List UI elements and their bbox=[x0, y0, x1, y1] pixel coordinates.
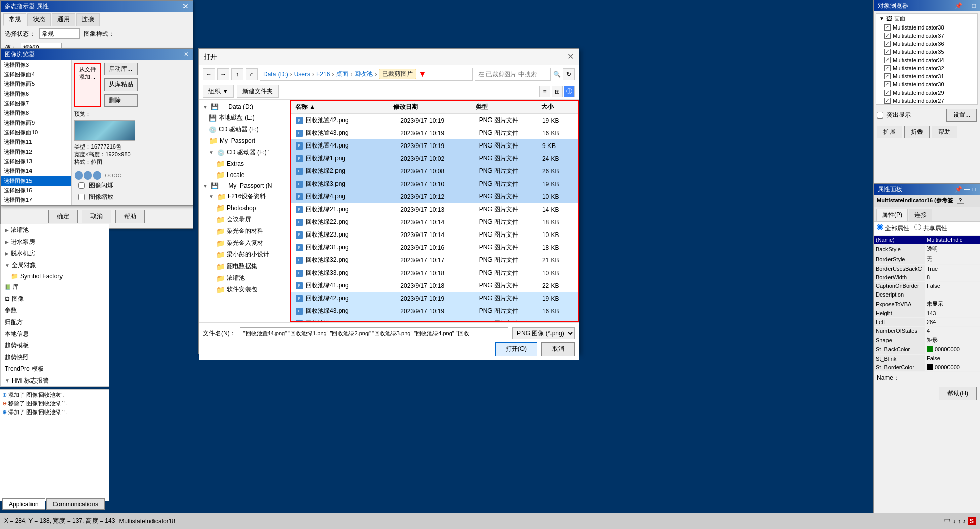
highlight-checkbox[interactable] bbox=[877, 112, 883, 119]
obj-item[interactable]: MultistateIndicator35 bbox=[876, 48, 977, 56]
minimize-icon[interactable]: — bbox=[964, 2, 970, 9]
delete-btn[interactable]: 删除 bbox=[104, 94, 138, 107]
select-state-input[interactable] bbox=[39, 28, 80, 39]
refresh-btn[interactable]: ↻ bbox=[563, 68, 575, 80]
nav-home-btn[interactable]: ⌂ bbox=[246, 68, 258, 80]
breadcrumb-desktop[interactable]: 桌面 bbox=[336, 70, 348, 78]
img-browser-cancel-btn[interactable]: 取消 bbox=[82, 210, 111, 223]
img-list-item[interactable]: 选择图像13 bbox=[1, 157, 71, 166]
view-grid-btn[interactable]: ⊞ bbox=[552, 86, 563, 97]
col-type[interactable]: 类型 bbox=[476, 103, 541, 111]
obj-item[interactable]: MultistateIndicator36 bbox=[876, 40, 977, 48]
tree-item[interactable]: ▼ 💾 — My_Passport (N bbox=[199, 181, 290, 191]
obj-item[interactable]: MultistateIndicator38 bbox=[876, 23, 977, 32]
tree-item[interactable]: ▼ 📁 F216设备资料 bbox=[199, 191, 290, 202]
tree-item[interactable]: ▼ 💾 — Data (D:) bbox=[199, 102, 290, 112]
organize-btn[interactable]: 组织 ▼ bbox=[203, 85, 234, 98]
pin-icon2[interactable]: 📌 bbox=[955, 186, 962, 193]
obj-item-canvas[interactable]: ▼ 🖼 画面 bbox=[876, 14, 977, 23]
settings-btn[interactable]: 设置... bbox=[946, 109, 977, 122]
pin-icon[interactable]: 📌 bbox=[955, 2, 962, 9]
img-list-item[interactable]: 选择图像面4 bbox=[1, 70, 71, 79]
img-list-item[interactable]: 选择图像面10 bbox=[1, 128, 71, 137]
shared-props-radio[interactable] bbox=[914, 224, 921, 230]
img-list-item[interactable]: 选择图像18 bbox=[1, 205, 71, 205]
breadcrumb-data[interactable]: Data (D:) bbox=[263, 71, 288, 78]
tree-item[interactable]: 📁 染光金的材料 bbox=[199, 225, 290, 237]
nav-item-param[interactable]: 参数 bbox=[1, 305, 109, 316]
tab-connection[interactable]: 连接 bbox=[76, 13, 100, 26]
breadcrumb-current[interactable]: 已裁剪图片 bbox=[379, 69, 416, 79]
nav-item-image[interactable]: 🖼 图像 bbox=[1, 293, 109, 305]
nav-item-trendpro[interactable]: TrendPro 模板 bbox=[1, 363, 109, 375]
view-info-btn[interactable]: ⓘ bbox=[564, 86, 575, 97]
tree-item[interactable]: 💿 CD 驱动器 (F:) bbox=[199, 124, 290, 135]
nav-item-symbol-factory[interactable]: 📁 Symbol Factory bbox=[1, 271, 109, 281]
img-flash-checkbox[interactable] bbox=[78, 182, 85, 189]
file-row[interactable]: P 回收池绿33.png 2023/9/17 10:18 PNG 图片文件 10… bbox=[291, 267, 578, 279]
search-input[interactable] bbox=[475, 68, 551, 81]
img-list-item[interactable]: 选择图像8 bbox=[1, 108, 71, 118]
filetype-select[interactable]: PNG 图像 (*.png) bbox=[512, 327, 575, 339]
tree-item[interactable]: 📁 My_Passport bbox=[199, 135, 290, 146]
tree-item[interactable]: 📁 韶电数据集 bbox=[199, 260, 290, 272]
file-row[interactable]: P 回收池绿31.png 2023/9/17 10:16 PNG 图片文件 18… bbox=[291, 241, 578, 254]
file-row[interactable]: P 回收池绿3.png 2023/9/17 10:10 PNG 图片文件 19 … bbox=[291, 178, 578, 190]
col-size[interactable]: 大小 bbox=[541, 103, 574, 111]
tree-item[interactable]: 📁 软件安装包 bbox=[199, 284, 290, 296]
tray-icon-sound[interactable]: ♪ bbox=[963, 518, 966, 525]
file-row[interactable]: P 回收池置44.png 2023/9/17 10:19 PNG 图片文件 9 … bbox=[291, 139, 578, 152]
tab-connection[interactable]: 连接 bbox=[909, 209, 932, 221]
img-scale-checkbox[interactable] bbox=[78, 194, 85, 200]
file-row[interactable]: P 回收池绿21.png 2023/9/17 10:13 PNG 图片文件 14… bbox=[291, 203, 578, 216]
img-list-item[interactable]: 选择图像6 bbox=[1, 89, 71, 99]
obj-item[interactable]: MultistateIndicator32 bbox=[876, 64, 977, 72]
img-list-item[interactable]: 选择图像面5 bbox=[1, 79, 71, 89]
dialog-cancel-btn[interactable]: 取消 bbox=[541, 342, 575, 356]
tab-regular[interactable]: 常规 bbox=[3, 13, 26, 26]
minimize-icon2[interactable]: — bbox=[964, 186, 970, 193]
tree-item-photoshop[interactable]: 📁 Photoshop bbox=[199, 202, 290, 214]
tree-item[interactable]: 📁 Locale bbox=[199, 169, 290, 181]
nav-item-dewater[interactable]: ▶ 脱水机房 bbox=[1, 248, 109, 259]
launch-lib-btn[interactable]: 启动库... bbox=[104, 63, 138, 75]
props-help-btn[interactable]: 帮助(H) bbox=[939, 387, 977, 400]
collapse-btn[interactable]: 折叠 bbox=[904, 126, 930, 138]
nav-back-btn[interactable]: ← bbox=[203, 68, 215, 80]
img-list-item[interactable]: 选择图像12 bbox=[1, 147, 71, 157]
dialog-close-btn[interactable]: ✕ bbox=[567, 52, 574, 62]
obj-item[interactable]: MultistateIndicator31 bbox=[876, 72, 977, 80]
full-props-radio[interactable] bbox=[877, 224, 883, 230]
file-row[interactable]: P 回收池绿22.png 2023/9/17 10:14 PNG 图片文件 18… bbox=[291, 216, 578, 228]
col-name[interactable]: 名称 ▲ bbox=[295, 103, 393, 111]
obj-item[interactable]: MultistateIndicator37 bbox=[876, 32, 977, 40]
help-expand-btn[interactable]: 帮助 bbox=[932, 126, 957, 138]
shared-props-radio-label[interactable]: 共享属性 bbox=[914, 224, 947, 233]
from-file-btn[interactable]: 从文件添加... bbox=[74, 63, 101, 107]
tree-item[interactable]: 📁 会议录屏 bbox=[199, 214, 290, 225]
tree-item[interactable]: 📁 浓缩池 bbox=[199, 272, 290, 284]
img-list-item[interactable]: 选择图像7 bbox=[1, 99, 71, 108]
file-row[interactable]: P 回收池绿1.png 2023/9/17 10:02 PNG 图片文件 24 … bbox=[291, 152, 578, 165]
tab-general[interactable]: 通用 bbox=[52, 13, 75, 26]
breadcrumb-f216[interactable]: F216 bbox=[316, 71, 330, 78]
img-list-item[interactable]: 选择图像16 bbox=[1, 186, 71, 195]
dialog-open-btn[interactable]: 打开(O) bbox=[495, 342, 537, 356]
img-browser-ok-btn[interactable]: 确定 bbox=[48, 210, 78, 223]
file-row[interactable]: P 回收池置43.png 2023/9/17 10:19 PNG 图片文件 16… bbox=[291, 127, 578, 139]
filename-input[interactable] bbox=[240, 327, 508, 339]
tab-props[interactable]: 属性(P) bbox=[876, 209, 908, 221]
nav-item-pump[interactable]: ▶ 进水泵房 bbox=[1, 236, 109, 248]
img-browser-close[interactable]: ✕ bbox=[183, 51, 189, 58]
file-row[interactable]: P 回收池绿41.png 2023/9/17 10:18 PNG 图片文件 22… bbox=[291, 279, 578, 292]
view-list-btn[interactable]: ≡ bbox=[539, 86, 550, 97]
obj-item[interactable]: MultistateIndicator30 bbox=[876, 80, 977, 89]
tray-icon-up[interactable]: ↑ bbox=[958, 518, 961, 525]
file-row[interactable]: P 回收池绿42.png 2023/9/17 10:19 PNG 图片文件 19… bbox=[291, 292, 578, 305]
paste-from-lib-btn[interactable]: 从库粘贴 bbox=[104, 78, 138, 91]
img-list-item[interactable]: 选择图像面9 bbox=[1, 118, 71, 128]
obj-item[interactable]: MultistateIndicator29 bbox=[876, 89, 977, 97]
nav-forward-btn[interactable]: → bbox=[217, 68, 229, 80]
file-row[interactable]: P 回收池绿43.png 2023/9/17 10:19 PNG 图片文件 16… bbox=[291, 305, 578, 317]
nav-item-local-info[interactable]: 本地信息 bbox=[1, 328, 109, 340]
